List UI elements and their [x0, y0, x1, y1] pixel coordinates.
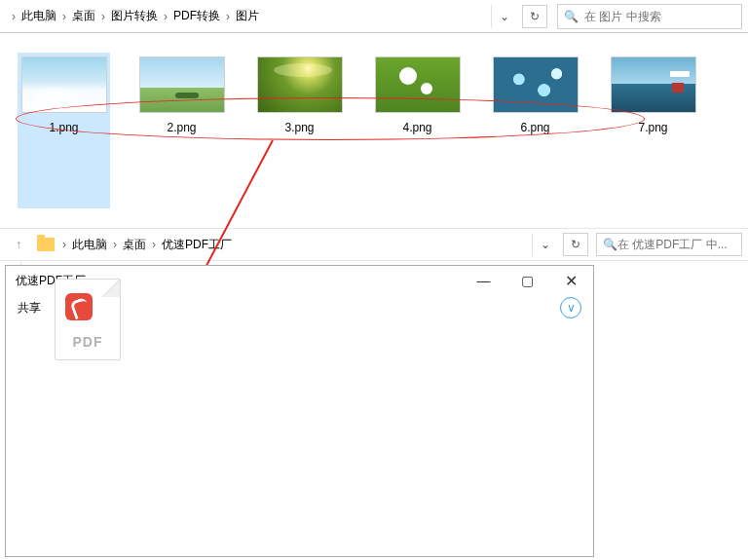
file-item[interactable]: 2.png	[135, 53, 228, 208]
breadcrumb-item[interactable]: 此电脑	[68, 235, 111, 255]
image-thumbnail	[257, 56, 343, 113]
search-box[interactable]: 🔍	[557, 4, 742, 29]
chevron-right-icon: ›	[99, 10, 107, 23]
chevron-right-icon: ›	[224, 10, 232, 23]
close-icon: ✕	[565, 272, 578, 290]
help-icon: ∨	[567, 301, 576, 315]
file-item[interactable]: 3.png	[253, 53, 346, 208]
file-name-label: 6.png	[520, 121, 549, 134]
breadcrumb[interactable]: › 此电脑 › 桌面 › 优速PDF工厂	[60, 235, 532, 255]
chevron-right-icon: ›	[111, 238, 119, 251]
refresh-icon: ↻	[530, 10, 540, 23]
file-item[interactable]: 7.png	[607, 53, 699, 208]
maximize-icon: ▢	[521, 273, 534, 288]
refresh-button[interactable]: ↻	[522, 5, 547, 28]
breadcrumb-item[interactable]: 桌面	[68, 6, 99, 26]
breadcrumb[interactable]: › 此电脑 › 桌面 › 图片转换 › PDF转换 › 图片	[6, 5, 491, 28]
file-item[interactable]: 1.png	[18, 53, 110, 208]
search-icon: 🔍	[564, 10, 579, 23]
image-thumbnail	[611, 56, 696, 113]
breadcrumb-item[interactable]: 图片转换	[107, 6, 162, 26]
breadcrumb-item[interactable]: 图片	[232, 6, 263, 26]
breadcrumb-item[interactable]: PDF转换	[169, 6, 224, 26]
file-item[interactable]: 6.png	[489, 53, 581, 208]
up-arrow-icon: ↑	[16, 238, 21, 251]
chevron-down-icon: ⌄	[541, 238, 550, 251]
close-button[interactable]: ✕	[549, 266, 593, 295]
tab-share[interactable]: 共享	[18, 300, 41, 317]
file-name-label: 7.png	[638, 121, 667, 134]
chevron-right-icon: ›	[162, 10, 169, 23]
file-name-label: 1.png	[49, 121, 78, 134]
file-name-label: 2.png	[167, 121, 196, 134]
minimize-icon: —	[477, 273, 491, 288]
up-button[interactable]: ↑	[6, 238, 31, 251]
image-thumbnail	[139, 56, 225, 113]
minimize-button[interactable]: —	[462, 266, 505, 295]
maximize-button[interactable]: ▢	[505, 266, 549, 295]
breadcrumb-item[interactable]: 桌面	[119, 235, 150, 255]
file-item[interactable]: 4.png	[371, 53, 464, 208]
chevron-right-icon: ›	[60, 238, 68, 251]
search-input[interactable]	[584, 10, 735, 23]
refresh-button[interactable]: ↻	[563, 233, 588, 256]
file-name-label: 3.png	[284, 121, 314, 134]
chevron-right-icon: ›	[10, 10, 18, 23]
file-name-label: 4.png	[402, 121, 431, 134]
chevron-down-icon: ⌄	[500, 10, 509, 23]
pdf-file-icon: PDF	[55, 279, 121, 360]
image-thumbnail	[21, 56, 107, 113]
breadcrumb-item[interactable]: 此电脑	[18, 6, 60, 26]
image-thumbnail	[493, 56, 579, 113]
search-input[interactable]	[617, 238, 735, 251]
chevron-right-icon: ›	[60, 10, 68, 23]
breadcrumb-item[interactable]: 优速PDF工厂	[158, 235, 236, 255]
address-dropdown-button[interactable]: ⌄	[491, 5, 516, 28]
search-box[interactable]: 🔍	[596, 233, 742, 256]
help-button[interactable]: ∨	[560, 297, 581, 318]
folder-icon	[37, 238, 55, 251]
pdf-text-label: PDF	[56, 334, 120, 350]
image-thumbnail	[375, 56, 461, 113]
refresh-icon: ↻	[571, 238, 580, 251]
pdf-badge-icon	[65, 293, 93, 320]
chevron-right-icon: ›	[150, 238, 158, 251]
file-grid[interactable]: 1.png 2.png 3.png 4.png 6.png 7.png	[0, 33, 748, 228]
search-icon: 🔍	[603, 238, 617, 251]
address-dropdown-button[interactable]: ⌄	[532, 233, 557, 256]
top-address-bar: › 此电脑 › 桌面 › 图片转换 › PDF转换 › 图片 ⌄ ↻ 🔍	[0, 0, 748, 33]
address-bar: ↑ › 此电脑 › 桌面 › 优速PDF工厂 ⌄ ↻ 🔍	[0, 228, 748, 261]
